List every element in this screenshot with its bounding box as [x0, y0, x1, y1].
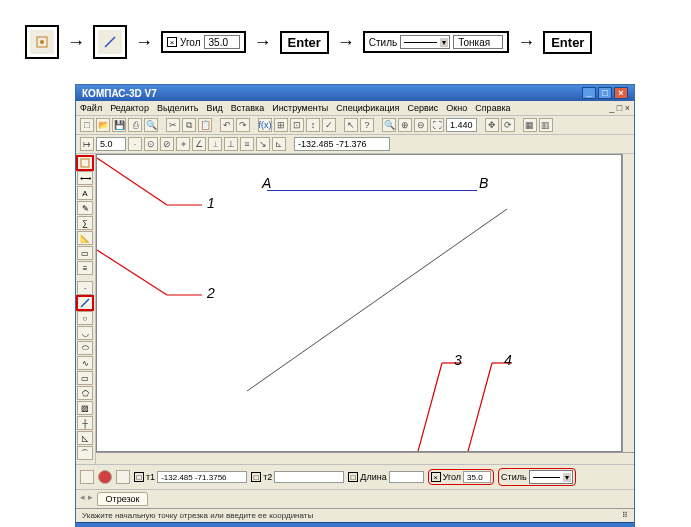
point-icon[interactable]: ·: [77, 281, 93, 295]
circle-icon[interactable]: ○: [77, 311, 93, 325]
print-icon[interactable]: ⎙: [128, 118, 142, 132]
spline-icon[interactable]: ∿: [77, 356, 93, 370]
geometry-tool-icon[interactable]: [77, 156, 93, 170]
checkbox-icon[interactable]: ×: [431, 472, 441, 482]
refresh-icon[interactable]: ⟳: [501, 118, 515, 132]
zoom-field[interactable]: 1.440: [446, 118, 477, 132]
open-icon[interactable]: 📂: [96, 118, 110, 132]
snap-icon[interactable]: ∠: [192, 137, 206, 151]
menu-window[interactable]: Окно: [446, 103, 467, 113]
spec-tool-icon[interactable]: ≡: [77, 261, 93, 275]
zoom-icon[interactable]: 🔍: [382, 118, 396, 132]
zoom-out-icon[interactable]: ⊖: [414, 118, 428, 132]
fillet-icon[interactable]: ⌒: [77, 446, 93, 460]
param-tool-icon[interactable]: ∑: [77, 216, 93, 230]
style-label: Стиль: [369, 37, 397, 48]
status-bar: Укажите начальную точку отрезка или введ…: [76, 508, 634, 522]
snap-icon[interactable]: ⊙: [144, 137, 158, 151]
snap-icon[interactable]: ⊘: [160, 137, 174, 151]
axis-icon[interactable]: ┼: [77, 416, 93, 430]
tab-segment[interactable]: Отрезок: [97, 492, 149, 506]
scrollbar-vertical[interactable]: [622, 154, 634, 452]
tool-icon[interactable]: ✓: [322, 118, 336, 132]
text-tool-icon[interactable]: A: [77, 186, 93, 200]
step-field[interactable]: 5.0: [96, 137, 126, 151]
snap-icon[interactable]: ≡: [240, 137, 254, 151]
checkbox-icon[interactable]: □: [251, 472, 261, 482]
tool-icon[interactable]: ⊞: [274, 118, 288, 132]
tool-icon[interactable]: ·: [128, 137, 142, 151]
measure-tool-icon[interactable]: 📐: [77, 231, 93, 245]
menu-file[interactable]: Файл: [80, 103, 102, 113]
apply-icon[interactable]: [80, 470, 94, 484]
fx-icon[interactable]: f(x): [258, 118, 272, 132]
menu-edit[interactable]: Редактор: [110, 103, 149, 113]
scrollbar-horizontal[interactable]: [96, 452, 634, 464]
arc-icon[interactable]: ◡: [77, 326, 93, 340]
snap-icon[interactable]: ⊥: [224, 137, 238, 151]
tool-icon[interactable]: ↕: [306, 118, 320, 132]
save-icon[interactable]: 💾: [112, 118, 126, 132]
tool-icon[interactable]: ⊡: [290, 118, 304, 132]
length-field[interactable]: [389, 471, 424, 483]
svg-line-10: [417, 363, 442, 452]
close-button[interactable]: ×: [614, 87, 628, 99]
pt1-field[interactable]: -132.485 -71.3756: [157, 471, 247, 483]
pt2-field[interactable]: [274, 471, 344, 483]
style-dropdown[interactable]: [400, 35, 450, 49]
checkbox-icon[interactable]: ×: [167, 37, 177, 47]
maximize-button[interactable]: □: [598, 87, 612, 99]
hatch-icon[interactable]: ▨: [77, 401, 93, 415]
edit-tool-icon[interactable]: ✎: [77, 201, 93, 215]
checkbox-icon[interactable]: □: [348, 472, 358, 482]
checkbox-icon[interactable]: □: [134, 472, 144, 482]
menu-select[interactable]: Выделить: [157, 103, 199, 113]
zoom-fit-icon[interactable]: ⛶: [430, 118, 444, 132]
menu-help[interactable]: Справка: [475, 103, 510, 113]
redo-icon[interactable]: ↷: [236, 118, 250, 132]
ellipse-icon[interactable]: ⬭: [77, 341, 93, 355]
cut-icon[interactable]: ✂: [166, 118, 180, 132]
pan-icon[interactable]: ✥: [485, 118, 499, 132]
style-dropdown[interactable]: [529, 470, 573, 484]
snap-icon[interactable]: ⊾: [272, 137, 286, 151]
stop-icon[interactable]: [98, 470, 112, 484]
menu-spec[interactable]: Спецификация: [336, 103, 399, 113]
enter-key-2: Enter: [543, 31, 592, 54]
line-tool-icon[interactable]: [77, 296, 93, 310]
tool-icon[interactable]: ▥: [539, 118, 553, 132]
tool-icon[interactable]: ▦: [523, 118, 537, 132]
zoom-in-icon[interactable]: ⊕: [398, 118, 412, 132]
minimize-button[interactable]: _: [582, 87, 596, 99]
new-icon[interactable]: □: [80, 118, 94, 132]
drawing-canvas[interactable]: A B: [96, 154, 622, 452]
cursor-icon[interactable]: ↖: [344, 118, 358, 132]
menu-insert[interactable]: Вставка: [231, 103, 264, 113]
poly-icon[interactable]: ⬠: [77, 386, 93, 400]
snap-icon[interactable]: ⌖: [176, 137, 190, 151]
angle-field[interactable]: 35.0: [463, 471, 491, 483]
step-icon[interactable]: ↦: [80, 137, 94, 151]
select-tool-icon[interactable]: ▭: [77, 246, 93, 260]
menu-bar: Файл Редактор Выделить Вид Вставка Инстр…: [76, 101, 634, 116]
snap-icon[interactable]: ⟂: [208, 137, 222, 151]
menu-service[interactable]: Сервис: [408, 103, 439, 113]
svg-line-4: [81, 299, 89, 307]
menu-view[interactable]: Вид: [206, 103, 222, 113]
length-group: □ Длина: [348, 471, 423, 483]
doc-close-icon[interactable]: _ □ ×: [609, 103, 630, 113]
help-icon[interactable]: ?: [360, 118, 374, 132]
dims-tool-icon[interactable]: ⟷: [77, 171, 93, 185]
paste-icon[interactable]: 📋: [198, 118, 212, 132]
copy-icon[interactable]: ⧉: [182, 118, 196, 132]
chamfer-icon[interactable]: ◺: [77, 431, 93, 445]
angle-value-field[interactable]: 35.0: [204, 35, 240, 49]
menu-tools[interactable]: Инструменты: [272, 103, 328, 113]
toolbar-2: ↦ 5.0 · ⊙ ⊘ ⌖ ∠ ⟂ ⊥ ≡ ↘ ⊾ -132.485 -71.3…: [76, 135, 634, 154]
preview-icon[interactable]: 🔍: [144, 118, 158, 132]
opts-icon[interactable]: [116, 470, 130, 484]
undo-icon[interactable]: ↶: [220, 118, 234, 132]
style-value-field[interactable]: Тонкая: [453, 35, 503, 49]
snap-icon[interactable]: ↘: [256, 137, 270, 151]
rect-icon[interactable]: ▭: [77, 371, 93, 385]
